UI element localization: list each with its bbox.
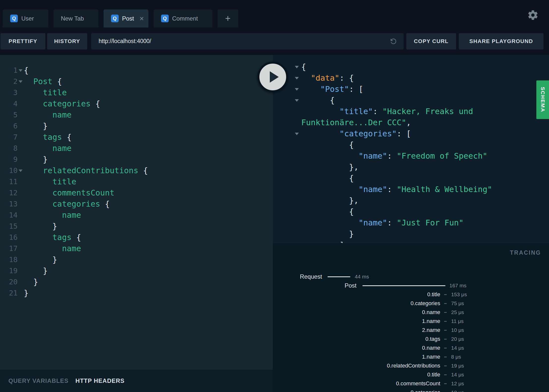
response-line: } — [273, 228, 549, 240]
tracing-row: 0.title153 μs — [273, 290, 549, 299]
tracing-row-label: 0.categories — [273, 388, 440, 392]
execute-query-button[interactable] — [257, 62, 288, 92]
response-line: "Post": [ — [273, 84, 549, 95]
query-code: } — [24, 254, 57, 265]
editor-line[interactable]: 10 relatedContributions { — [0, 165, 273, 176]
response-code: "name": "Freedom of Speech" — [301, 150, 487, 162]
tracing-row-label: Post — [273, 281, 357, 290]
editor-line[interactable]: 15 } — [0, 221, 273, 232]
editor-line[interactable]: 19 } — [0, 265, 273, 276]
fold-arrow-icon[interactable] — [18, 65, 24, 76]
query-code: } — [24, 154, 48, 165]
play-icon — [270, 71, 279, 83]
settings-gear-icon[interactable] — [527, 9, 539, 21]
tracing-row-label: 0.commentsCount — [273, 379, 440, 388]
editor-line[interactable]: 11 title — [0, 176, 273, 187]
main-area: 1{2 Post {3 title4 categories {5 name6 }… — [0, 55, 549, 392]
editor-line[interactable]: 9 } — [0, 154, 273, 165]
editor-line[interactable]: 17 name — [0, 243, 273, 254]
line-number: 9 — [0, 154, 18, 165]
close-tab-icon[interactable]: × — [134, 15, 144, 22]
fold-slot-spacer — [18, 154, 24, 165]
editor-line[interactable]: 1{ — [0, 65, 273, 76]
response-code: Funktionäre...Der CCC", — [301, 117, 411, 128]
tracing-panel: TRACING Request44 msPost167 ms0.title153… — [273, 243, 549, 392]
tracing-row-label: 1.name — [273, 317, 440, 326]
response-code: { — [301, 95, 335, 106]
editor-line[interactable]: 13 categories { — [0, 198, 273, 210]
collapse-arrow-icon[interactable] — [273, 95, 301, 106]
tracing-row-label: 0.title — [273, 370, 440, 379]
query-code: } — [24, 221, 57, 232]
fold-arrow-icon[interactable] — [18, 76, 24, 87]
response-line: { — [273, 173, 549, 184]
fold-slot-spacer — [18, 265, 24, 276]
editor-line[interactable]: 12 commentsCount — [0, 187, 273, 198]
response-line: { — [273, 95, 549, 106]
tracing-row-value: 10 μs — [451, 388, 464, 392]
response-line: "name": "Freedom of Speech" — [273, 150, 549, 162]
response-line: }, — [273, 195, 549, 206]
line-number: 17 — [0, 243, 18, 254]
tracing-row-value: 14 μs — [451, 343, 464, 352]
tracing-row: 2.name10 μs — [273, 326, 549, 335]
editor-line[interactable]: 8 name — [0, 143, 273, 154]
editor-line[interactable]: 6 } — [0, 121, 273, 132]
tab-comment[interactable]: QComment — [154, 9, 212, 27]
rgutter-spacer — [273, 184, 301, 195]
tracing-row-value: 153 μs — [451, 290, 467, 299]
share-playground-button[interactable]: SHARE PLAYGROUND — [459, 33, 544, 49]
reload-schema-icon[interactable] — [389, 37, 398, 46]
editor-line[interactable]: 16 tags { — [0, 232, 273, 243]
response-line: { — [273, 139, 549, 150]
tracing-row-value: 14 μs — [451, 370, 464, 379]
tab-post[interactable]: QPost× — [104, 9, 148, 27]
tab-new-tab[interactable]: New Tab — [54, 9, 98, 27]
tracing-row-value: 20 μs — [451, 335, 464, 343]
tab-user[interactable]: QUser — [3, 9, 48, 27]
response-code: "categories": [ — [301, 128, 411, 139]
editor-line[interactable]: 4 categories { — [0, 98, 273, 109]
editor-line[interactable]: 3 title — [0, 87, 273, 98]
response-line: { — [273, 206, 549, 217]
tab-label: Comment — [172, 15, 198, 22]
tracing-row-value: 10 μs — [451, 326, 464, 335]
query-variables-tab[interactable]: QUERY VARIABLES — [8, 377, 69, 384]
endpoint-url-input[interactable] — [91, 33, 404, 49]
line-number: 11 — [0, 176, 18, 187]
response-code: { — [301, 61, 306, 73]
tracing-tick-bar — [444, 321, 447, 322]
collapse-arrow-icon[interactable] — [273, 128, 301, 139]
editor-line[interactable]: 14 name — [0, 210, 273, 221]
editor-line[interactable]: 21} — [0, 288, 273, 299]
tracing-tick-bar — [444, 339, 447, 340]
line-number: 19 — [0, 265, 18, 276]
tracing-row-value: 25 μs — [451, 308, 464, 317]
editor-line[interactable]: 2 Post { — [0, 76, 273, 87]
editor-line[interactable]: 5 name — [0, 109, 273, 121]
schema-sidebar-tab[interactable]: SCHEMA — [536, 80, 549, 119]
query-icon: Q — [111, 15, 119, 22]
history-button[interactable]: HISTORY — [47, 33, 87, 49]
tracing-duration-bar — [328, 276, 350, 277]
editor-line[interactable]: 7 tags { — [0, 132, 273, 143]
line-number: 12 — [0, 187, 18, 198]
editor-line[interactable]: 18 } — [0, 254, 273, 265]
editor-line[interactable]: 20 } — [0, 276, 273, 288]
prettify-button[interactable]: PRETTIFY — [0, 33, 45, 49]
copy-curl-button[interactable]: COPY CURL — [406, 33, 456, 49]
response-code: { — [301, 173, 354, 184]
query-icon: Q — [161, 15, 169, 22]
rgutter-spacer — [273, 195, 301, 206]
fold-arrow-icon[interactable] — [18, 165, 24, 176]
query-icon: Q — [10, 15, 18, 22]
new-tab-button[interactable]: + — [218, 9, 238, 27]
fold-slot-spacer — [18, 254, 24, 265]
tab-label: User — [21, 15, 34, 22]
tracing-row-label: 0.name — [273, 308, 440, 317]
tracing-row: 0.name14 μs — [273, 343, 549, 352]
query-editor[interactable]: 1{2 Post {3 title4 categories {5 name6 }… — [0, 55, 273, 370]
tracing-row-label: 2.name — [273, 326, 440, 335]
http-headers-tab[interactable]: HTTP HEADERS — [76, 377, 125, 384]
query-code: } — [24, 288, 28, 299]
